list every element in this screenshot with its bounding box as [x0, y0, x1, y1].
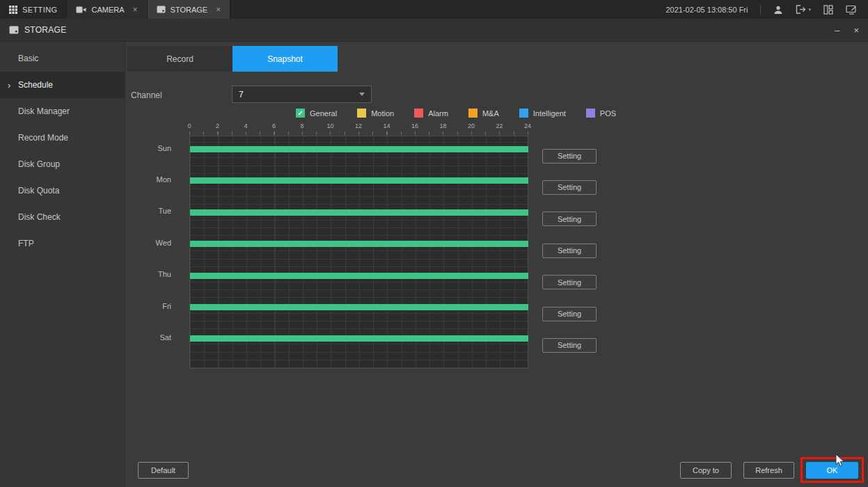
sidebar-item-label: Schedule [18, 80, 53, 90]
color-swatch-alarm [414, 109, 423, 118]
chevron-down-icon [359, 93, 365, 96]
legend-item-m-a[interactable]: M&A [468, 109, 499, 118]
day-label-fri: Fri [162, 302, 171, 310]
main-panel: Record Snapshot Channel 7 ✓GeneralMotion… [125, 42, 868, 487]
setting-buttons: SettingSettingSettingSettingSettingSetti… [542, 136, 597, 369]
day-label-sat: Sat [159, 333, 171, 342]
hour-label: 2 [216, 122, 219, 129]
setting-button-thu[interactable]: Setting [542, 275, 597, 289]
setting-button-sat[interactable]: Setting [542, 338, 597, 353]
user-icon[interactable] [773, 5, 783, 15]
setting-button-sun[interactable]: Setting [542, 149, 597, 163]
setting-button-fri[interactable]: Setting [542, 307, 597, 321]
sidebar-item-label: Basic [18, 54, 38, 63]
tab-storage[interactable]: STORAGE × [148, 0, 231, 19]
copy-to-button[interactable]: Copy to [680, 462, 732, 479]
sidebar-item-label: Disk Manager [18, 106, 70, 116]
sidebar-item-ftp[interactable]: FTP [0, 230, 125, 257]
sidebar-item-label: Disk Check [18, 212, 61, 222]
tab-camera-label: CAMERA [91, 6, 124, 14]
storage-icon [157, 6, 166, 13]
schedule-grid[interactable] [189, 136, 528, 369]
hour-label: 0 [187, 122, 191, 129]
storage-icon [9, 26, 19, 34]
day-label-tue: Tue [158, 207, 171, 215]
setting-button-wed[interactable]: Setting [542, 244, 597, 258]
sidebar-item-disk-check[interactable]: Disk Check [0, 204, 125, 230]
ok-button[interactable]: OK [806, 462, 858, 479]
hour-label: 14 [383, 122, 390, 129]
hour-label: 10 [326, 122, 333, 129]
legend-label: M&A [482, 109, 499, 118]
close-tab-icon[interactable]: × [216, 6, 221, 14]
sidebar-item-basic[interactable]: Basic [0, 45, 125, 72]
sidebar-item-label: Record Mode [18, 133, 68, 143]
tab-snapshot[interactable]: Snapshot [232, 46, 338, 72]
record-snapshot-tabs: Record Snapshot [127, 46, 338, 72]
legend-item-intelligent[interactable]: Intelligent [519, 109, 566, 118]
sidebar-item-disk-group[interactable]: Disk Group [0, 151, 125, 177]
schedule-bar-tue[interactable] [190, 209, 528, 216]
datetime: 2021-02-05 13:08:50 Fri [665, 6, 748, 14]
day-label-wed: Wed [156, 239, 171, 247]
legend-item-alarm[interactable]: Alarm [414, 109, 448, 118]
day-labels: SunMonTueWedThuFriSat [125, 136, 171, 369]
tab-setting-label: SETTING [22, 6, 57, 14]
day-label-sun: Sun [157, 144, 171, 152]
sidebar-item-schedule[interactable]: ›Schedule [0, 72, 125, 98]
day-label-thu: Thu [158, 270, 171, 278]
sidebar-item-label: FTP [18, 239, 34, 248]
screen-edit-icon[interactable] [846, 5, 857, 15]
camera-icon [76, 6, 86, 13]
topbar-right: 2021-02-05 13:08:50 Fri ▾ [665, 0, 868, 19]
window-title: STORAGE [24, 25, 67, 35]
tab-record[interactable]: Record [127, 46, 232, 72]
checkbox-checked-icon[interactable]: ✓ [296, 109, 305, 118]
day-label-mon: Mon [157, 175, 171, 184]
legend-label: Intelligent [533, 109, 566, 118]
schedule-bar-sun[interactable] [190, 146, 528, 152]
hour-label: 6 [272, 122, 276, 129]
setting-button-mon[interactable]: Setting [542, 180, 597, 195]
sidebar-item-disk-quota[interactable]: Disk Quota [0, 177, 125, 204]
schedule-bar-sat[interactable] [190, 335, 528, 342]
hour-label: 24 [524, 122, 531, 129]
legend-item-motion[interactable]: Motion [357, 109, 394, 118]
color-swatch-pos [586, 109, 595, 118]
legend-item-general[interactable]: ✓General [296, 109, 337, 118]
layout-icon[interactable] [823, 5, 833, 15]
sidebar-item-disk-manager[interactable]: Disk Manager [0, 98, 125, 125]
hour-label: 18 [439, 122, 446, 129]
screen: SETTING CAMERA × STORAGE × 2021-02-05 13… [0, 0, 868, 487]
tab-setting[interactable]: SETTING [0, 0, 67, 19]
sidebar-item-record-mode[interactable]: Record Mode [0, 125, 125, 151]
divider [760, 5, 761, 15]
refresh-button[interactable]: Refresh [743, 462, 794, 479]
close-tab-icon[interactable]: × [133, 6, 138, 14]
hour-label: 12 [355, 122, 362, 129]
close-icon[interactable]: × [853, 25, 859, 35]
color-swatch-m-a [468, 109, 478, 118]
legend: ✓GeneralMotionAlarmM&AIntelligentPOS [296, 109, 636, 118]
apps-grid-icon [9, 6, 17, 14]
legend-label: Motion [371, 109, 394, 118]
minimize-icon[interactable]: – [835, 25, 839, 35]
tab-camera[interactable]: CAMERA × [67, 0, 147, 19]
schedule-bar-wed[interactable] [190, 241, 528, 247]
active-arrow-icon: › [8, 80, 10, 90]
channel-value: 7 [239, 90, 244, 99]
schedule-bar-fri[interactable] [190, 304, 528, 310]
tab-storage-label: STORAGE [171, 6, 208, 14]
default-button[interactable]: Default [138, 462, 189, 479]
hour-label: 8 [300, 122, 303, 129]
legend-label: Alarm [428, 109, 448, 118]
schedule-bar-mon[interactable] [190, 177, 528, 184]
legend-item-pos[interactable]: POS [586, 109, 616, 118]
sidebar-item-label: Disk Group [18, 159, 60, 169]
top-tab-bar: SETTING CAMERA × STORAGE × 2021-02-05 13… [0, 0, 868, 19]
schedule-bar-thu[interactable] [190, 273, 528, 279]
logout-icon[interactable]: ▾ [796, 5, 811, 14]
setting-button-tue[interactable]: Setting [542, 211, 597, 226]
hour-label: 16 [411, 122, 418, 129]
channel-select[interactable]: 7 [232, 86, 372, 103]
